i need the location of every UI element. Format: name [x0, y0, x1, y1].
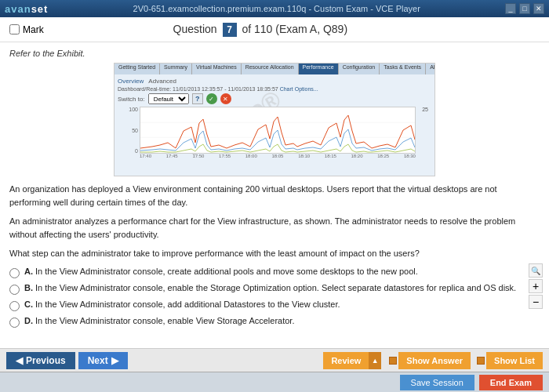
x-label-5: 18:00: [245, 154, 257, 165]
option-c: C. In the View Administrator console, ad…: [9, 299, 540, 311]
question-paragraph-3: What step can the administrator take to …: [9, 247, 540, 260]
end-exam-button[interactable]: End Exam: [479, 375, 543, 390]
tab-alarms[interactable]: Alarms: [426, 64, 434, 74]
x-label-9: 18:20: [351, 154, 363, 165]
chart-help-btn[interactable]: ?: [192, 93, 203, 104]
mark-label: Mark: [23, 24, 44, 35]
chart-toolbar: Switch to: Default ? ✓ ✕: [118, 93, 431, 104]
question-badge: 7: [223, 23, 237, 37]
option-b-label: B. In the View Administrator console, en…: [24, 283, 516, 292]
chart-plot-area: [140, 107, 416, 154]
next-button[interactable]: Next ▶: [78, 352, 128, 369]
tab-configuration[interactable]: Configuration: [339, 64, 380, 74]
show-answer-button[interactable]: Show Answer: [398, 352, 471, 369]
chart-y-labels: 100 50 0: [118, 107, 140, 154]
question-header: Mark Question 7 of 110 (Exam A, Q89): [0, 17, 549, 42]
status-icon: ✓: [206, 93, 217, 104]
switch-to-label: Switch to:: [118, 96, 145, 103]
x-label-8: 18:15: [325, 154, 336, 165]
question-total: of 110 (Exam A, Q89): [242, 23, 347, 35]
y-label-0: 0: [135, 148, 138, 154]
prev-arrow-icon: ◀: [16, 355, 23, 366]
chart-x-labels: 17:40 17:45 17:50 17:55 18:00 18:05 18:1…: [140, 154, 416, 165]
tab-resource-allocation[interactable]: Resource Allocation: [242, 64, 299, 74]
chart-line-green: [140, 144, 415, 152]
zoom-in-button[interactable]: +: [529, 279, 543, 293]
tab-performance[interactable]: Performance: [299, 64, 339, 74]
navigation-bar: ◀ Previous Next ▶ Review ▲ Show Answer S…: [0, 348, 549, 372]
tab-summary[interactable]: Summary: [160, 64, 192, 74]
x-label-3: 17:50: [192, 154, 204, 165]
y-label-100: 100: [129, 107, 138, 112]
show-list-group: Show List: [477, 352, 543, 369]
help-icon: ?: [195, 95, 200, 103]
advanced-tab[interactable]: Advanced: [148, 78, 176, 85]
review-group: Review ▲: [323, 352, 381, 369]
x-label-2: 17:45: [166, 154, 178, 165]
option-a: A. In the View Administrator console, cr…: [9, 267, 540, 278]
option-d-radio[interactable]: [9, 318, 20, 328]
mark-checkbox[interactable]: [9, 24, 20, 34]
maximize-button[interactable]: □: [519, 3, 530, 14]
chart-label: Dashboard/Real-time: 11/01/2013 12:35:57…: [118, 86, 431, 92]
show-answer-group: Show Answer: [389, 352, 471, 369]
y-label-50: 50: [132, 128, 138, 133]
content-area: Refer to the Exhibit. Getting Started Su…: [0, 42, 549, 348]
x-icon: ✕: [223, 96, 228, 103]
next-arrow-icon: ▶: [111, 355, 118, 366]
x-label-11: 18:30: [404, 154, 416, 165]
question-number-display: Question 7 of 110 (Exam A, Q89): [173, 23, 347, 37]
tab-virtual-machines[interactable]: Virtual Machines: [192, 64, 242, 74]
minimize-button[interactable]: _: [505, 3, 516, 14]
option-a-label: A. In the View Administrator console, cr…: [24, 267, 418, 276]
review-button[interactable]: Review: [323, 352, 369, 369]
close-button[interactable]: ✕: [533, 3, 544, 14]
option-d: D. In the View Administrator console, en…: [9, 316, 540, 328]
x-label-1: 17:40: [140, 154, 151, 165]
previous-button[interactable]: ◀ Previous: [6, 352, 75, 369]
window-title: 2V0-651.examcollection.premium.exam.110q…: [48, 4, 505, 13]
show-list-button[interactable]: Show List: [486, 352, 543, 369]
option-a-radio[interactable]: [9, 268, 20, 278]
question-paragraph-2: An administrator analyzes a performance …: [9, 215, 540, 241]
check-icon: ✓: [209, 96, 214, 103]
save-session-button[interactable]: Save Session: [400, 375, 474, 390]
option-d-label: D. In the View Administrator console, en…: [24, 316, 294, 325]
x-label-4: 17:55: [219, 154, 231, 165]
session-bar: Save Session End Exam: [0, 372, 549, 392]
search-zoom-button[interactable]: 🔍: [529, 263, 543, 278]
logo-area: avanset: [5, 3, 48, 15]
tab-getting-started[interactable]: Getting Started: [115, 64, 160, 74]
option-c-radio[interactable]: [9, 301, 20, 311]
option-b-radio[interactable]: [9, 285, 20, 295]
chart-svg: [140, 107, 415, 153]
zoom-out-button[interactable]: −: [529, 295, 543, 309]
x-label-10: 18:25: [377, 154, 389, 165]
exhibit-sub-tabs: Overview Advanced: [118, 78, 431, 85]
exhibit-tabs: Getting Started Summary Virtual Machines…: [115, 64, 434, 74]
show-answer-icon: [389, 357, 397, 365]
title-bar: avanset 2V0-651.examcollection.premium.e…: [0, 0, 549, 17]
window-controls[interactable]: _ □ ✕: [505, 3, 544, 14]
chart-options-link[interactable]: Chart Options...: [280, 86, 318, 92]
question-label: Question: [173, 23, 217, 35]
x-label-6: 18:05: [271, 154, 283, 165]
zoom-controls: 🔍 + −: [529, 263, 543, 309]
alert-icon: ✕: [220, 93, 231, 104]
exhibit-image: Getting Started Summary Virtual Machines…: [114, 63, 435, 176]
switch-to-select[interactable]: Default: [148, 93, 189, 104]
overview-tab[interactable]: Overview: [118, 78, 144, 85]
exhibit-inner: vmware® Overview Advanced Dashboard/Real…: [115, 74, 434, 176]
answer-options: A. In the View Administrator console, cr…: [9, 267, 540, 328]
review-dropdown-button[interactable]: ▲: [369, 352, 381, 369]
chart-container: 100 50 0 25: [118, 107, 431, 165]
mark-area[interactable]: Mark: [9, 24, 44, 35]
chart-line-red: [140, 115, 415, 148]
refer-text: Refer to the Exhibit.: [9, 49, 540, 58]
option-b: B. In the View Administrator console, en…: [9, 283, 540, 295]
logo-text: avanset: [5, 3, 48, 15]
show-list-icon: [477, 357, 485, 365]
tab-tasks-events[interactable]: Tasks & Events: [380, 64, 426, 74]
question-paragraph-1: An organization has deployed a View envi…: [9, 183, 540, 209]
right-label: 25: [422, 107, 428, 112]
